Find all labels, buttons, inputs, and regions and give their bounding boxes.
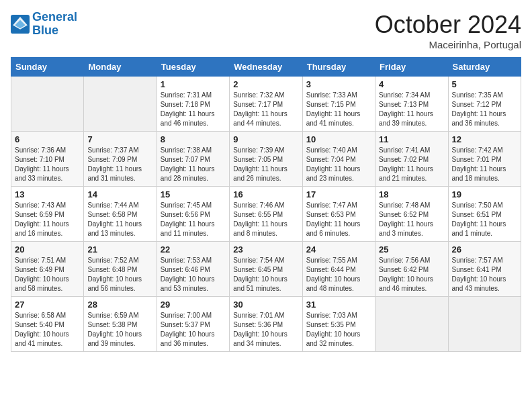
page-header: General Blue October 2024 Maceirinha, Po… — [11, 11, 521, 50]
day-info: Sunrise: 7:35 AM Sunset: 7:12 PM Dayligh… — [452, 91, 517, 128]
day-number: 18 — [379, 189, 444, 199]
day-info: Sunrise: 7:03 AM Sunset: 5:35 PM Dayligh… — [306, 311, 371, 349]
weekday-header-row: SundayMondayTuesdayWednesdayThursdayFrid… — [11, 58, 521, 77]
calendar-cell: 4Sunrise: 7:34 AM Sunset: 7:13 PM Daylig… — [375, 77, 448, 132]
day-info: Sunrise: 7:00 AM Sunset: 5:37 PM Dayligh… — [161, 311, 226, 349]
day-info: Sunrise: 7:34 AM Sunset: 7:13 PM Dayligh… — [379, 91, 444, 128]
calendar-cell: 7Sunrise: 7:37 AM Sunset: 7:09 PM Daylig… — [84, 132, 157, 187]
day-info: Sunrise: 7:42 AM Sunset: 7:01 PM Dayligh… — [452, 146, 517, 183]
day-info: Sunrise: 7:32 AM Sunset: 7:17 PM Dayligh… — [233, 91, 298, 128]
day-info: Sunrise: 7:50 AM Sunset: 6:51 PM Dayligh… — [452, 201, 517, 238]
day-info: Sunrise: 7:44 AM Sunset: 6:58 PM Dayligh… — [87, 201, 152, 238]
day-number: 19 — [452, 189, 517, 199]
day-number: 5 — [452, 79, 517, 89]
calendar-cell: 19Sunrise: 7:50 AM Sunset: 6:51 PM Dayli… — [448, 187, 521, 242]
calendar-cell: 20Sunrise: 7:51 AM Sunset: 6:49 PM Dayli… — [11, 242, 84, 297]
day-number: 14 — [87, 189, 152, 199]
day-number: 21 — [87, 244, 152, 255]
location: Maceirinha, Portugal — [375, 39, 521, 50]
calendar-cell: 15Sunrise: 7:45 AM Sunset: 6:56 PM Dayli… — [157, 187, 229, 242]
calendar-cell: 16Sunrise: 7:46 AM Sunset: 6:55 PM Dayli… — [230, 187, 302, 242]
day-info: Sunrise: 7:48 AM Sunset: 6:52 PM Dayligh… — [379, 201, 444, 238]
day-info: Sunrise: 7:54 AM Sunset: 6:45 PM Dayligh… — [233, 256, 298, 293]
calendar-cell: 3Sunrise: 7:33 AM Sunset: 7:15 PM Daylig… — [302, 77, 375, 132]
day-info: Sunrise: 7:55 AM Sunset: 6:44 PM Dayligh… — [306, 256, 371, 293]
calendar-cell: 12Sunrise: 7:42 AM Sunset: 7:01 PM Dayli… — [448, 132, 521, 187]
day-info: Sunrise: 7:31 AM Sunset: 7:18 PM Dayligh… — [161, 91, 226, 128]
day-number: 25 — [379, 244, 444, 255]
calendar-body: 1Sunrise: 7:31 AM Sunset: 7:18 PM Daylig… — [11, 77, 521, 352]
calendar-cell: 8Sunrise: 7:38 AM Sunset: 7:07 PM Daylig… — [157, 132, 229, 187]
calendar-week-row: 20Sunrise: 7:51 AM Sunset: 6:49 PM Dayli… — [11, 242, 521, 297]
day-number: 16 — [233, 189, 298, 199]
day-number: 24 — [306, 244, 371, 255]
calendar-cell: 17Sunrise: 7:47 AM Sunset: 6:53 PM Dayli… — [302, 187, 375, 242]
day-info: Sunrise: 7:36 AM Sunset: 7:10 PM Dayligh… — [15, 146, 80, 183]
weekday-header-cell: Wednesday — [230, 58, 302, 77]
day-number: 3 — [306, 79, 371, 89]
calendar-cell: 21Sunrise: 7:52 AM Sunset: 6:48 PM Dayli… — [84, 242, 157, 297]
day-info: Sunrise: 6:59 AM Sunset: 5:38 PM Dayligh… — [87, 311, 152, 349]
day-number: 11 — [379, 134, 444, 144]
day-info: Sunrise: 7:46 AM Sunset: 6:55 PM Dayligh… — [233, 201, 298, 238]
day-number: 15 — [161, 189, 226, 199]
day-number: 22 — [161, 244, 226, 255]
calendar-cell: 23Sunrise: 7:54 AM Sunset: 6:45 PM Dayli… — [230, 242, 302, 297]
calendar-cell: 28Sunrise: 6:59 AM Sunset: 5:38 PM Dayli… — [84, 297, 157, 352]
calendar-week-row: 27Sunrise: 6:58 AM Sunset: 5:40 PM Dayli… — [11, 297, 521, 352]
day-info: Sunrise: 7:57 AM Sunset: 6:41 PM Dayligh… — [452, 256, 517, 293]
logo-text: General Blue — [32, 11, 77, 38]
day-info: Sunrise: 7:37 AM Sunset: 7:09 PM Dayligh… — [87, 146, 152, 183]
calendar-cell: 5Sunrise: 7:35 AM Sunset: 7:12 PM Daylig… — [448, 77, 521, 132]
day-number: 26 — [452, 244, 517, 255]
day-info: Sunrise: 7:45 AM Sunset: 6:56 PM Dayligh… — [161, 201, 226, 238]
calendar-cell — [448, 297, 521, 352]
day-info: Sunrise: 7:33 AM Sunset: 7:15 PM Dayligh… — [306, 91, 371, 128]
calendar-week-row: 6Sunrise: 7:36 AM Sunset: 7:10 PM Daylig… — [11, 132, 521, 187]
calendar-cell: 31Sunrise: 7:03 AM Sunset: 5:35 PM Dayli… — [302, 297, 375, 352]
calendar-cell: 9Sunrise: 7:39 AM Sunset: 7:05 PM Daylig… — [230, 132, 302, 187]
day-info: Sunrise: 7:39 AM Sunset: 7:05 PM Dayligh… — [233, 146, 298, 183]
day-number: 23 — [233, 244, 298, 255]
day-number: 6 — [15, 134, 80, 144]
day-number: 17 — [306, 189, 371, 199]
calendar-table: SundayMondayTuesdayWednesdayThursdayFrid… — [11, 57, 521, 352]
day-number: 8 — [161, 134, 226, 144]
calendar-cell — [84, 77, 157, 132]
weekday-header-cell: Tuesday — [157, 58, 229, 77]
day-number: 4 — [379, 79, 444, 89]
day-number: 30 — [233, 300, 298, 310]
day-number: 20 — [15, 244, 80, 255]
day-info: Sunrise: 7:53 AM Sunset: 6:46 PM Dayligh… — [161, 256, 226, 293]
calendar-cell: 10Sunrise: 7:40 AM Sunset: 7:04 PM Dayli… — [302, 132, 375, 187]
calendar-cell: 18Sunrise: 7:48 AM Sunset: 6:52 PM Dayli… — [375, 187, 448, 242]
calendar-cell: 14Sunrise: 7:44 AM Sunset: 6:58 PM Dayli… — [84, 187, 157, 242]
day-info: Sunrise: 7:43 AM Sunset: 6:59 PM Dayligh… — [15, 201, 80, 238]
calendar-cell: 6Sunrise: 7:36 AM Sunset: 7:10 PM Daylig… — [11, 132, 84, 187]
day-number: 29 — [161, 300, 226, 310]
calendar-cell: 30Sunrise: 7:01 AM Sunset: 5:36 PM Dayli… — [230, 297, 302, 352]
day-number: 7 — [87, 134, 152, 144]
day-number: 31 — [306, 300, 371, 310]
day-number: 12 — [452, 134, 517, 144]
day-info: Sunrise: 7:41 AM Sunset: 7:02 PM Dayligh… — [379, 146, 444, 183]
calendar-cell: 1Sunrise: 7:31 AM Sunset: 7:18 PM Daylig… — [157, 77, 229, 132]
calendar-cell: 27Sunrise: 6:58 AM Sunset: 5:40 PM Dayli… — [11, 297, 84, 352]
day-number: 1 — [161, 79, 226, 89]
day-number: 9 — [233, 134, 298, 144]
day-info: Sunrise: 7:56 AM Sunset: 6:42 PM Dayligh… — [379, 256, 444, 293]
day-info: Sunrise: 7:01 AM Sunset: 5:36 PM Dayligh… — [233, 311, 298, 349]
day-number: 13 — [15, 189, 80, 199]
weekday-header-cell: Saturday — [448, 58, 521, 77]
day-number: 10 — [306, 134, 371, 144]
calendar-cell: 13Sunrise: 7:43 AM Sunset: 6:59 PM Dayli… — [11, 187, 84, 242]
calendar-week-row: 13Sunrise: 7:43 AM Sunset: 6:59 PM Dayli… — [11, 187, 521, 242]
calendar-week-row: 1Sunrise: 7:31 AM Sunset: 7:18 PM Daylig… — [11, 77, 521, 132]
weekday-header-cell: Thursday — [302, 58, 375, 77]
weekday-header-cell: Sunday — [11, 58, 84, 77]
day-info: Sunrise: 7:38 AM Sunset: 7:07 PM Dayligh… — [161, 146, 226, 183]
calendar-cell: 2Sunrise: 7:32 AM Sunset: 7:17 PM Daylig… — [230, 77, 302, 132]
day-info: Sunrise: 7:52 AM Sunset: 6:48 PM Dayligh… — [87, 256, 152, 293]
day-info: Sunrise: 7:40 AM Sunset: 7:04 PM Dayligh… — [306, 146, 371, 183]
weekday-header-cell: Friday — [375, 58, 448, 77]
